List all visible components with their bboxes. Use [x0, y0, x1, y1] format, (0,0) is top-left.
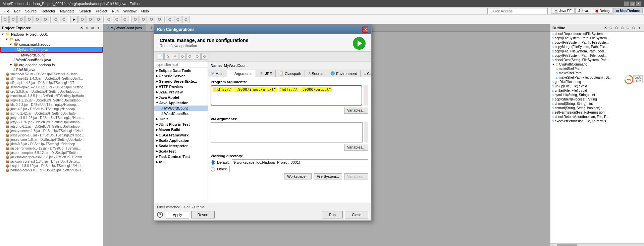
tab-jre[interactable]: ☕ JRE — [256, 70, 276, 77]
minimize-button[interactable]: – — [624, 1, 629, 6]
outline-item-0[interactable]: S checkDependencies(FileSystem, ... — [550, 32, 644, 36]
toolbar-btn-10[interactable]: ⬡ — [78, 16, 86, 23]
tree-jar-jets3t[interactable]: 📦 jets3t-0.6.1.jar - D:\SetUp\ITSettingU… — [0, 124, 103, 129]
tree-jar-hsqldb[interactable]: 📦 hsqldb-1.8.0.10.jar - D:\SetUp\ITSetti… — [0, 164, 103, 168]
menu-file[interactable]: File — [1, 8, 11, 14]
config-group-java-app[interactable]: ▼ Java Application — [154, 100, 208, 106]
variables-dir-button[interactable]: Variables... — [344, 173, 368, 179]
menu-refactor[interactable]: Refactor — [40, 8, 58, 14]
outline-toolbar-btn3[interactable]: ⬡ — [620, 25, 625, 31]
outline-item-3[interactable]: S copyMerge(FileSystem, Path, File... — [550, 45, 644, 49]
quick-access-input[interactable] — [487, 8, 548, 14]
filter-button[interactable]: ⬡ — [179, 53, 186, 60]
outline-item-18[interactable]: S checkReturnValue(boolean, File, F... — [550, 115, 644, 119]
vm-args-variables-button[interactable]: Variables... — [344, 144, 368, 151]
tree-package-1[interactable]: ▼ 📦 com.ismurf.hadoop — [0, 42, 103, 47]
config-group-http[interactable]: ▶ HTTP Preview — [154, 84, 208, 89]
tree-jar-xmlenc[interactable]: 📦 xmlenc-0.52.jar - D:\SetUp\ITSettingUp… — [0, 72, 103, 76]
tab-common[interactable]: ≡ Common — [361, 70, 371, 77]
collapse-button[interactable]: ⬡ — [186, 53, 193, 60]
tab-arguments[interactable]: ⇒ Arguments — [227, 70, 256, 77]
toolbar-btn-21[interactable]: ⬡ — [174, 16, 181, 23]
prog-args-scrollbar[interactable] — [364, 85, 368, 106]
tree-jar-mockito[interactable]: 📦 mockito-all-1.8.5.jar - D:\SetUp\ITSet… — [0, 94, 103, 98]
collapse-all-btn[interactable]: ≡ — [84, 25, 90, 31]
toolbar-btn-11[interactable]: ⬡ — [87, 16, 94, 23]
program-args-area[interactable]: "hdfs:// :9000/input/a.txt" "hdfs:// :90… — [211, 85, 362, 106]
menu-run[interactable]: Run — [110, 8, 121, 14]
tree-jar-jasper-runtime[interactable]: 📦 jasper-runtime-5.5.12.jar - D:\SetUp\I… — [0, 146, 103, 151]
outline-item-cyg[interactable]: ▼ C CygPathCommand — [550, 62, 644, 67]
vm-args-textarea[interactable] — [211, 122, 363, 142]
filter-input[interactable] — [154, 62, 208, 68]
config-mywordcount[interactable]: J MyWordCount — [154, 106, 208, 111]
outline-view-menu[interactable]: ▾ — [637, 25, 642, 31]
toolbar-btn-5[interactable]: ⬡ — [34, 16, 41, 23]
outline-toolbar-btn1[interactable]: ⬡ — [608, 25, 613, 31]
tree-jar-kfs[interactable]: 📦 kfs-0.2.2.jar - D:\SetUp\ITSettingUp\H… — [0, 102, 103, 107]
tree-src-folder[interactable]: ▼ 📂 src — [0, 37, 103, 42]
toolbar-btn-20[interactable]: ⬡ — [166, 16, 173, 23]
toolbar-btn-16[interactable]: ⬡ — [131, 16, 139, 23]
outline-item-1[interactable]: S copy(FileSystem, Path, FileSystem... — [550, 36, 644, 40]
menu-help[interactable]: Help — [139, 8, 151, 14]
file-system-button[interactable]: File System... — [314, 173, 342, 179]
delete-config-button[interactable]: ✕ — [172, 53, 178, 60]
tab-environment[interactable]: 🌐 Environment — [327, 70, 361, 77]
perspective-mapreduce[interactable]: ⊞ Map/Reduce — [613, 8, 643, 14]
toolbar-more-btn[interactable]: ⬡ — [194, 53, 201, 60]
outline-item-14[interactable]: S copyStderr(Process) : String — [550, 97, 644, 101]
config-group-j2ee[interactable]: ▶ J2EE Preview — [154, 89, 208, 95]
dialog-close-button[interactable]: ✕ — [362, 27, 368, 33]
toolbar-btn-12[interactable]: ⬡ — [95, 16, 102, 23]
config-group-task-context[interactable]: ▶ Task Context Test — [154, 154, 208, 159]
menu-window[interactable]: Window — [121, 8, 139, 14]
view-menu-btn[interactable]: ▾ — [96, 25, 101, 31]
link-editor-btn[interactable]: ⇌ — [90, 25, 95, 31]
config-group-maven[interactable]: ▶ Maven Build — [154, 127, 208, 132]
toolbar-btn-7[interactable]: ⬡ — [52, 16, 59, 23]
tree-jar-jackson-mapper[interactable]: 📦 jackson-mapper-asl-1.8.8.jar - D:\SetU… — [0, 155, 103, 159]
toolbar-btn-18[interactable]: ⬡ — [148, 16, 155, 23]
prog-args-variables-button[interactable]: Variables... — [344, 107, 368, 114]
tree-jar-jersey-json[interactable]: 📦 jersey-json-1.8.jar - D:\SetUp\ITSetti… — [0, 133, 103, 137]
tree-jar-jetty[interactable]: 📦 jetty-6.1.26.jar - D:\SetUp\ITSettingU… — [0, 120, 103, 124]
tree-jar-servlet[interactable]: 📦 servlet-api-2.5-20081211.jar - D:\SetU… — [0, 85, 103, 89]
outline-h-scrollbar[interactable] — [550, 243, 644, 246]
config-group-eclipse-data-tools[interactable]: ▶ Eclipse Data Tools — [154, 68, 208, 73]
tree-wordcountbook-java[interactable]: J WordCountBook.java — [0, 57, 103, 62]
tree-package-2[interactable]: ▼ 📦 org.apache.hadoop.fs — [0, 62, 103, 67]
toolbar-btn-1[interactable]: ⬡ — [1, 16, 9, 23]
toolbar-btn-6[interactable]: ⬡ — [42, 16, 49, 23]
tree-fileutil-java[interactable]: J FileUtil.java — [0, 67, 103, 72]
close-outline-icon[interactable]: ✕ — [604, 26, 607, 30]
toolbar-btn-13[interactable]: ⬡ — [105, 16, 112, 23]
config-group-scala-interp[interactable]: ▶ Scala Interpreter — [154, 143, 208, 149]
default-dir-input[interactable] — [232, 159, 368, 165]
new-config-button[interactable]: 📄 — [157, 53, 164, 60]
tab-classpath[interactable]: 📋 Classpath — [276, 70, 305, 77]
config-group-generic-server[interactable]: ▶ Generic Server — [154, 73, 208, 79]
outline-item-5[interactable]: S copy(FileSystem, Path, File, bool... — [550, 53, 644, 58]
run-button[interactable]: Run — [322, 211, 343, 218]
config-group-scalatest[interactable]: ▶ ScalaTest — [154, 149, 208, 154]
menu-source[interactable]: Source — [23, 8, 39, 14]
close-dialog-button[interactable]: Close — [345, 211, 368, 218]
close-explorer-icon[interactable]: ✕ — [80, 26, 83, 30]
config-group-junit-plugin[interactable]: ▶ JUnit Plug-in Test — [154, 122, 208, 127]
tree-mywordcount-java[interactable]: J MyWordCount.java — [0, 47, 103, 53]
config-group-scala-app[interactable]: ▶ Scala Application — [154, 138, 208, 143]
config-wordcountbook[interactable]: J WordCountBoo... — [154, 111, 208, 116]
toolbar-btn-9[interactable]: ▶ — [70, 16, 78, 23]
tree-jar-slf4j-api[interactable]: 📦 slf4j-api-1.4.3.jar - D:\SetUp\ITSetti… — [0, 81, 103, 85]
tree-jar-log4j[interactable]: 📦 log4j-1.2.15.jar - D:\SetUp\ITSettingU… — [0, 98, 103, 102]
tree-jar-jackson-core[interactable]: 📦 jackson-core-asl-1.8.8.jar - D:\SetUp\… — [0, 159, 103, 164]
outline-item-12[interactable]: S unTar(File, File) : void — [550, 88, 644, 93]
duplicate-config-button[interactable]: ⧉ — [164, 53, 171, 60]
menu-navigate[interactable]: Navigate — [58, 8, 76, 14]
other-radio[interactable] — [211, 167, 215, 171]
perspective-java[interactable]: J Java — [575, 8, 591, 14]
tree-jar-oro[interactable]: 📦 oro-2.0.8.jar - D:\SetUp\ITSettingUp\H… — [0, 89, 103, 94]
config-group-xsl[interactable]: ▶ XSL — [154, 159, 208, 165]
outline-item-19[interactable]: S execSetPermission(File, FsPermis... — [550, 119, 644, 123]
